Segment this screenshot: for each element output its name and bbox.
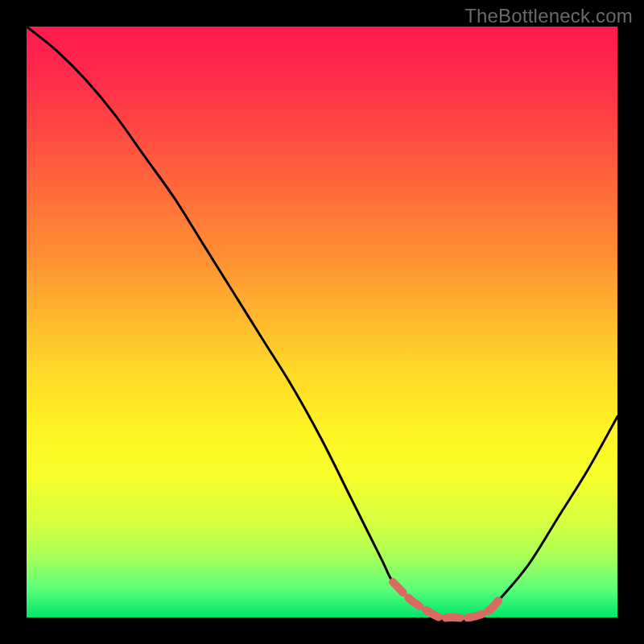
watermark-text: TheBottleneck.com	[464, 5, 633, 27]
plot-area	[27, 27, 617, 617]
curve-svg	[27, 27, 617, 617]
bottleneck-curve	[27, 27, 617, 618]
chart-frame: TheBottleneck.com	[0, 0, 644, 644]
highlight-segment	[393, 582, 499, 618]
